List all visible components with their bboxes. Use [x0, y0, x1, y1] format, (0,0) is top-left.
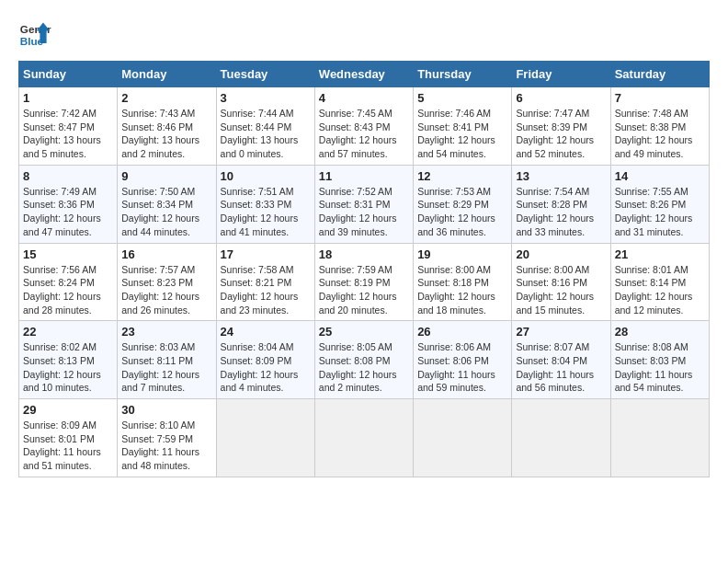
day-number: 21 — [615, 247, 705, 261]
day-number: 11 — [319, 169, 409, 183]
day-info: Sunrise: 8:06 AM Sunset: 8:06 PM Dayligh… — [417, 340, 507, 395]
calendar-cell: 28 Sunrise: 8:08 AM Sunset: 8:03 PM Dayl… — [610, 321, 709, 399]
calendar-cell — [314, 399, 413, 477]
day-number: 15 — [23, 247, 113, 261]
day-info: Sunrise: 7:59 AM Sunset: 8:19 PM Dayligh… — [319, 263, 409, 317]
day-info: Sunrise: 8:02 AM Sunset: 8:13 PM Dayligh… — [23, 340, 113, 395]
calendar-week-2: 8 Sunrise: 7:49 AM Sunset: 8:36 PM Dayli… — [19, 165, 710, 243]
day-number: 28 — [615, 325, 705, 339]
day-number: 23 — [121, 325, 211, 339]
day-number: 1 — [23, 91, 113, 105]
calendar-cell: 7 Sunrise: 7:48 AM Sunset: 8:38 PM Dayli… — [610, 87, 709, 166]
day-info: Sunrise: 7:53 AM Sunset: 8:29 PM Dayligh… — [417, 185, 507, 239]
day-info: Sunrise: 7:42 AM Sunset: 8:47 PM Dayligh… — [23, 107, 113, 161]
day-info: Sunrise: 8:09 AM Sunset: 8:01 PM Dayligh… — [23, 419, 113, 473]
day-number: 2 — [121, 91, 211, 105]
day-number: 7 — [615, 91, 705, 105]
day-info: Sunrise: 8:10 AM Sunset: 7:59 PM Dayligh… — [121, 419, 211, 473]
weekday-header-monday: Monday — [118, 62, 216, 87]
day-number: 14 — [615, 169, 705, 183]
calendar-cell: 2 Sunrise: 7:43 AM Sunset: 8:46 PM Dayli… — [118, 87, 216, 166]
day-info: Sunrise: 8:03 AM Sunset: 8:11 PM Dayligh… — [121, 340, 211, 395]
calendar-cell: 21 Sunrise: 8:01 AM Sunset: 8:14 PM Dayl… — [610, 243, 709, 321]
day-number: 12 — [417, 169, 507, 183]
calendar-week-1: 1 Sunrise: 7:42 AM Sunset: 8:47 PM Dayli… — [19, 87, 710, 166]
calendar-cell: 26 Sunrise: 8:06 AM Sunset: 8:06 PM Dayl… — [414, 321, 512, 399]
day-info: Sunrise: 7:58 AM Sunset: 8:21 PM Dayligh… — [221, 263, 311, 317]
calendar-cell: 1 Sunrise: 7:42 AM Sunset: 8:47 PM Dayli… — [19, 87, 118, 166]
calendar-week-3: 15 Sunrise: 7:56 AM Sunset: 8:24 PM Dayl… — [19, 243, 710, 321]
day-info: Sunrise: 7:56 AM Sunset: 8:24 PM Dayligh… — [23, 263, 113, 317]
calendar-cell: 30 Sunrise: 8:10 AM Sunset: 7:59 PM Dayl… — [118, 399, 216, 477]
calendar-cell: 17 Sunrise: 7:58 AM Sunset: 8:21 PM Dayl… — [216, 243, 314, 321]
calendar-table: SundayMondayTuesdayWednesdayThursdayFrid… — [18, 61, 710, 477]
day-number: 20 — [516, 247, 606, 261]
day-number: 30 — [121, 403, 211, 417]
day-info: Sunrise: 7:50 AM Sunset: 8:34 PM Dayligh… — [121, 185, 211, 239]
calendar-cell: 8 Sunrise: 7:49 AM Sunset: 8:36 PM Dayli… — [19, 165, 118, 243]
calendar-cell: 19 Sunrise: 8:00 AM Sunset: 8:18 PM Dayl… — [414, 243, 512, 321]
day-info: Sunrise: 8:04 AM Sunset: 8:09 PM Dayligh… — [221, 340, 311, 395]
logo: General Blue — [18, 18, 51, 52]
calendar-header-row: SundayMondayTuesdayWednesdayThursdayFrid… — [19, 62, 710, 87]
calendar-cell: 3 Sunrise: 7:44 AM Sunset: 8:44 PM Dayli… — [216, 87, 314, 166]
day-number: 5 — [417, 91, 507, 105]
weekday-header-thursday: Thursday — [414, 62, 512, 87]
day-number: 6 — [516, 91, 606, 105]
calendar-week-4: 22 Sunrise: 8:02 AM Sunset: 8:13 PM Dayl… — [19, 321, 710, 399]
weekday-header-friday: Friday — [512, 62, 610, 87]
calendar-cell: 11 Sunrise: 7:52 AM Sunset: 8:31 PM Dayl… — [314, 165, 413, 243]
day-number: 16 — [121, 247, 211, 261]
day-number: 13 — [516, 169, 606, 183]
calendar-cell: 13 Sunrise: 7:54 AM Sunset: 8:28 PM Dayl… — [512, 165, 610, 243]
calendar-cell: 5 Sunrise: 7:46 AM Sunset: 8:41 PM Dayli… — [414, 87, 512, 166]
day-number: 3 — [221, 91, 311, 105]
calendar-cell — [216, 399, 314, 477]
calendar-cell: 24 Sunrise: 8:04 AM Sunset: 8:09 PM Dayl… — [216, 321, 314, 399]
weekday-header-sunday: Sunday — [19, 62, 118, 87]
day-info: Sunrise: 7:57 AM Sunset: 8:23 PM Dayligh… — [121, 263, 211, 317]
day-number: 25 — [319, 325, 409, 339]
calendar-cell: 9 Sunrise: 7:50 AM Sunset: 8:34 PM Dayli… — [118, 165, 216, 243]
calendar-cell: 23 Sunrise: 8:03 AM Sunset: 8:11 PM Dayl… — [118, 321, 216, 399]
day-number: 17 — [221, 247, 311, 261]
day-info: Sunrise: 8:00 AM Sunset: 8:18 PM Dayligh… — [417, 263, 507, 317]
day-number: 4 — [319, 91, 409, 105]
day-info: Sunrise: 7:51 AM Sunset: 8:33 PM Dayligh… — [221, 185, 311, 239]
day-info: Sunrise: 7:55 AM Sunset: 8:26 PM Dayligh… — [615, 185, 705, 239]
day-number: 8 — [23, 169, 113, 183]
day-number: 24 — [221, 325, 311, 339]
day-number: 10 — [221, 169, 311, 183]
calendar-body: 1 Sunrise: 7:42 AM Sunset: 8:47 PM Dayli… — [19, 87, 710, 477]
day-info: Sunrise: 7:52 AM Sunset: 8:31 PM Dayligh… — [319, 185, 409, 239]
day-info: Sunrise: 7:54 AM Sunset: 8:28 PM Dayligh… — [516, 185, 606, 239]
calendar-cell: 15 Sunrise: 7:56 AM Sunset: 8:24 PM Dayl… — [19, 243, 118, 321]
calendar-cell: 29 Sunrise: 8:09 AM Sunset: 8:01 PM Dayl… — [19, 399, 118, 477]
day-info: Sunrise: 7:47 AM Sunset: 8:39 PM Dayligh… — [516, 107, 606, 161]
day-number: 9 — [121, 169, 211, 183]
day-info: Sunrise: 7:45 AM Sunset: 8:43 PM Dayligh… — [319, 107, 409, 161]
day-info: Sunrise: 8:01 AM Sunset: 8:14 PM Dayligh… — [615, 263, 705, 317]
day-info: Sunrise: 8:00 AM Sunset: 8:16 PM Dayligh… — [516, 263, 606, 317]
calendar-cell — [414, 399, 512, 477]
calendar-cell: 6 Sunrise: 7:47 AM Sunset: 8:39 PM Dayli… — [512, 87, 610, 166]
weekday-header-saturday: Saturday — [610, 62, 709, 87]
day-number: 29 — [23, 403, 113, 417]
weekday-header-tuesday: Tuesday — [216, 62, 314, 87]
day-info: Sunrise: 7:43 AM Sunset: 8:46 PM Dayligh… — [121, 107, 211, 161]
logo-icon: General Blue — [18, 18, 51, 52]
day-info: Sunrise: 8:07 AM Sunset: 8:04 PM Dayligh… — [516, 340, 606, 395]
day-number: 18 — [319, 247, 409, 261]
day-info: Sunrise: 7:48 AM Sunset: 8:38 PM Dayligh… — [615, 107, 705, 161]
calendar-cell: 18 Sunrise: 7:59 AM Sunset: 8:19 PM Dayl… — [314, 243, 413, 321]
day-number: 22 — [23, 325, 113, 339]
day-number: 26 — [417, 325, 507, 339]
day-info: Sunrise: 7:49 AM Sunset: 8:36 PM Dayligh… — [23, 185, 113, 239]
calendar-week-5: 29 Sunrise: 8:09 AM Sunset: 8:01 PM Dayl… — [19, 399, 710, 477]
calendar-cell — [610, 399, 709, 477]
day-number: 19 — [417, 247, 507, 261]
day-number: 27 — [516, 325, 606, 339]
calendar-cell: 22 Sunrise: 8:02 AM Sunset: 8:13 PM Dayl… — [19, 321, 118, 399]
calendar-cell — [512, 399, 610, 477]
page-header: General Blue — [18, 18, 710, 52]
